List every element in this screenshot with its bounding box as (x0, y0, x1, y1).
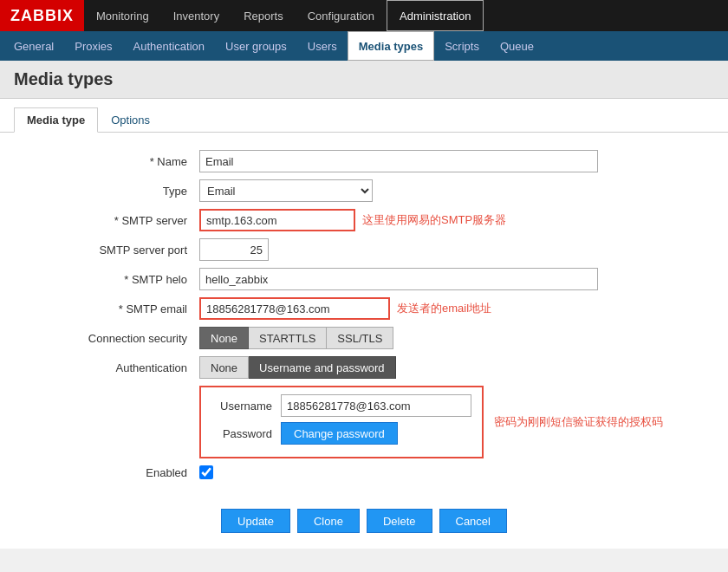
subnav-authentication[interactable]: Authentication (123, 31, 215, 61)
cancel-button[interactable]: Cancel (439, 509, 507, 533)
smtp-email-annotation: 发送者的email地址 (397, 301, 491, 316)
password-annotation: 密码为刚刚短信验证获得的授权码 (494, 414, 663, 430)
logo: ZABBIX (0, 0, 84, 31)
subnav-scripts[interactable]: Scripts (434, 31, 490, 61)
password-label: Password (211, 427, 281, 440)
subnav-users[interactable]: Users (297, 31, 348, 61)
conn-none-button[interactable]: None (199, 327, 249, 349)
conn-security-group: None STARTTLS SSL/TLS (199, 327, 393, 349)
nav-configuration[interactable]: Configuration (296, 0, 387, 31)
enabled-row: Enabled (26, 465, 702, 479)
smtp-helo-row: * SMTP helo (26, 268, 702, 290)
tab-mediatype[interactable]: Media type (14, 107, 98, 133)
clone-button[interactable]: Clone (297, 509, 360, 533)
page-title: Media types (0, 61, 728, 99)
smtp-email-input[interactable] (199, 297, 390, 320)
nav-administration[interactable]: Administration (387, 0, 484, 31)
subnav-usergroups[interactable]: User groups (215, 31, 297, 61)
content-area: Media type Options * Name Type Email SMS… (0, 99, 728, 549)
subnav-proxies[interactable]: Proxies (64, 31, 122, 61)
type-select[interactable]: Email SMS Script (199, 179, 373, 202)
smtp-server-row: * SMTP server 这里使用网易的SMTP服务器 (26, 209, 702, 231)
subnav-queue[interactable]: Queue (490, 31, 544, 61)
auth-row: Authentication None Username and passwor… (26, 356, 702, 379)
enabled-label: Enabled (26, 466, 199, 479)
top-nav-items: Monitoring Inventory Reports Configurati… (84, 0, 484, 31)
type-row: Type Email SMS Script (26, 179, 702, 202)
auth-label: Authentication (26, 361, 199, 374)
userpass-section-row: Username Password Change password 密码为刚刚短… (26, 386, 702, 458)
form-area: * Name Type Email SMS Script * SMTP serv… (0, 146, 728, 495)
tab-bar: Media type Options (0, 107, 728, 133)
subnav-mediatypes[interactable]: Media types (348, 31, 434, 61)
smtp-helo-input[interactable] (199, 268, 598, 290)
nav-reports[interactable]: Reports (231, 0, 296, 31)
subnav-general[interactable]: General (3, 31, 64, 61)
name-row: * Name (26, 150, 702, 172)
conn-security-row: Connection security None STARTTLS SSL/TL… (26, 327, 702, 349)
tab-options[interactable]: Options (98, 107, 163, 133)
change-password-button[interactable]: Change password (281, 422, 398, 445)
conn-starttls-button[interactable]: STARTTLS (249, 327, 327, 349)
smtp-server-input[interactable] (199, 209, 355, 231)
top-navigation: ZABBIX Monitoring Inventory Reports Conf… (0, 0, 728, 31)
userpass-section: Username Password Change password (199, 386, 484, 458)
update-button[interactable]: Update (221, 509, 290, 533)
auth-group: None Username and password (199, 356, 396, 379)
smtp-server-label: * SMTP server (26, 214, 199, 227)
smtp-email-row: * SMTP email 发送者的email地址 (26, 297, 702, 320)
conn-ssltls-button[interactable]: SSL/TLS (327, 327, 393, 349)
smtp-email-label: * SMTP email (26, 302, 199, 315)
delete-button[interactable]: Delete (367, 509, 432, 533)
name-input[interactable] (199, 150, 598, 172)
action-buttons: Update Clone Delete Cancel (0, 495, 728, 540)
name-label: * Name (26, 155, 199, 168)
auth-none-button[interactable]: None (199, 356, 249, 379)
nav-monitoring[interactable]: Monitoring (84, 0, 161, 31)
smtp-helo-label: * SMTP helo (26, 273, 199, 286)
username-row: Username (211, 394, 471, 417)
sub-navigation: General Proxies Authentication User grou… (0, 31, 728, 61)
nav-inventory[interactable]: Inventory (161, 0, 231, 31)
smtp-server-annotation: 这里使用网易的SMTP服务器 (362, 212, 506, 228)
enabled-checkbox[interactable] (199, 465, 213, 479)
smtp-port-row: SMTP server port (26, 238, 702, 261)
conn-security-label: Connection security (26, 332, 199, 345)
smtp-port-label: SMTP server port (26, 244, 199, 257)
password-row: Password Change password (211, 422, 471, 445)
smtp-port-input[interactable] (199, 238, 269, 261)
type-label: Type (26, 185, 199, 198)
auth-userpass-button[interactable]: Username and password (249, 356, 396, 379)
username-input[interactable] (281, 394, 471, 417)
username-label: Username (211, 400, 281, 413)
